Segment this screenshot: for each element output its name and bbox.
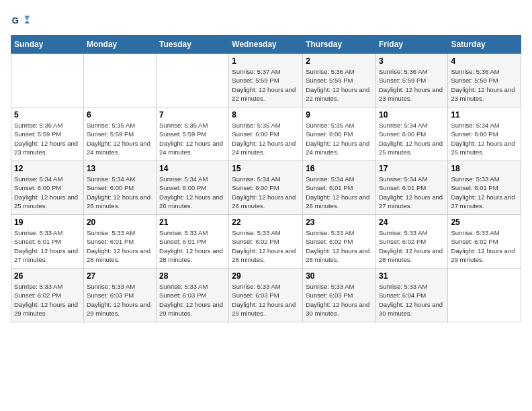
calendar-day-cell: 7Sunrise: 5:35 AMSunset: 5:59 PMDaylight… [157, 107, 229, 161]
day-number: 18 [451, 164, 518, 173]
day-number: 11 [451, 110, 518, 120]
day-number: 12 [14, 164, 81, 173]
calendar-day-cell: 4Sunrise: 5:36 AMSunset: 5:59 PMDaylight… [448, 54, 521, 107]
day-number: 14 [159, 164, 226, 173]
calendar-week-row: 19Sunrise: 5:33 AMSunset: 6:01 PMDayligh… [11, 215, 521, 269]
calendar-day-cell: 18Sunrise: 5:33 AMSunset: 6:01 PMDayligh… [448, 161, 521, 215]
calendar-day-cell: 10Sunrise: 5:34 AMSunset: 6:00 PMDayligh… [375, 107, 447, 161]
day-number: 9 [306, 110, 373, 120]
day-info: Sunrise: 5:35 AMSunset: 6:00 PMDaylight:… [232, 122, 296, 156]
day-number: 28 [159, 271, 226, 281]
day-info: Sunrise: 5:33 AMSunset: 6:01 PMDaylight:… [451, 175, 515, 210]
day-info: Sunrise: 5:34 AMSunset: 6:00 PMDaylight:… [451, 122, 515, 156]
calendar-day-cell: 23Sunrise: 5:33 AMSunset: 6:02 PMDayligh… [303, 215, 376, 269]
calendar-day-cell: 12Sunrise: 5:34 AMSunset: 6:00 PMDayligh… [11, 161, 84, 215]
day-info: Sunrise: 5:36 AMSunset: 5:59 PMDaylight:… [306, 68, 369, 102]
day-info: Sunrise: 5:34 AMSunset: 6:00 PMDaylight:… [14, 175, 78, 210]
calendar-day-cell: 21Sunrise: 5:33 AMSunset: 6:01 PMDayligh… [157, 215, 229, 269]
svg-marker-2 [25, 21, 30, 24]
calendar-day-cell [11, 54, 84, 107]
day-number: 26 [14, 271, 81, 281]
day-number: 7 [159, 110, 226, 120]
header-day: Tuesday [157, 36, 229, 54]
calendar-day-cell: 30Sunrise: 5:33 AMSunset: 6:03 PMDayligh… [303, 269, 376, 322]
header-day: Monday [83, 36, 156, 54]
header-row: SundayMondayTuesdayWednesdayThursdayFrid… [11, 36, 521, 54]
day-info: Sunrise: 5:33 AMSunset: 6:04 PMDaylight:… [379, 283, 443, 317]
day-number: 8 [232, 110, 300, 120]
calendar-body: 1Sunrise: 5:37 AMSunset: 5:59 PMDaylight… [11, 54, 521, 322]
calendar-header: SundayMondayTuesdayWednesdayThursdayFrid… [11, 36, 521, 54]
calendar-day-cell: 3Sunrise: 5:36 AMSunset: 5:59 PMDaylight… [375, 54, 447, 107]
calendar-day-cell: 1Sunrise: 5:37 AMSunset: 5:59 PMDaylight… [229, 54, 303, 107]
day-number: 15 [232, 164, 300, 173]
calendar-day-cell: 27Sunrise: 5:33 AMSunset: 6:03 PMDayligh… [83, 269, 156, 322]
calendar-day-cell: 28Sunrise: 5:33 AMSunset: 6:03 PMDayligh… [157, 269, 229, 322]
day-info: Sunrise: 5:33 AMSunset: 6:02 PMDaylight:… [232, 229, 296, 263]
header-day: Friday [375, 36, 447, 54]
day-info: Sunrise: 5:34 AMSunset: 6:01 PMDaylight:… [306, 175, 369, 210]
day-number: 29 [232, 271, 300, 281]
day-number: 16 [306, 164, 373, 173]
calendar-day-cell: 25Sunrise: 5:33 AMSunset: 6:02 PMDayligh… [448, 215, 521, 269]
logo: G [11, 11, 32, 30]
day-info: Sunrise: 5:33 AMSunset: 6:03 PMDaylight:… [87, 283, 150, 317]
day-number: 3 [379, 56, 445, 66]
svg-text:G: G [12, 15, 19, 26]
calendar-week-row: 26Sunrise: 5:33 AMSunset: 6:02 PMDayligh… [11, 269, 521, 322]
calendar-day-cell: 15Sunrise: 5:34 AMSunset: 6:00 PMDayligh… [229, 161, 303, 215]
day-number: 13 [87, 164, 153, 173]
day-number: 20 [87, 218, 153, 227]
day-number: 19 [14, 218, 81, 227]
calendar-day-cell [448, 269, 521, 322]
calendar-day-cell: 26Sunrise: 5:33 AMSunset: 6:02 PMDayligh… [11, 269, 84, 322]
calendar-day-cell: 9Sunrise: 5:35 AMSunset: 6:00 PMDaylight… [303, 107, 376, 161]
day-info: Sunrise: 5:35 AMSunset: 5:59 PMDaylight:… [159, 122, 223, 156]
calendar-day-cell: 11Sunrise: 5:34 AMSunset: 6:00 PMDayligh… [448, 107, 521, 161]
calendar-day-cell: 8Sunrise: 5:35 AMSunset: 6:00 PMDaylight… [229, 107, 303, 161]
day-number: 2 [306, 56, 373, 66]
day-number: 21 [159, 218, 226, 227]
day-number: 6 [87, 110, 153, 120]
day-info: Sunrise: 5:34 AMSunset: 6:01 PMDaylight:… [379, 175, 443, 210]
day-number: 10 [379, 110, 445, 120]
day-number: 25 [451, 218, 518, 227]
logo-icon: G [11, 11, 30, 30]
day-info: Sunrise: 5:33 AMSunset: 6:02 PMDaylight:… [379, 229, 443, 263]
day-info: Sunrise: 5:34 AMSunset: 6:00 PMDaylight:… [232, 175, 296, 210]
calendar-day-cell [157, 54, 229, 107]
calendar-week-row: 5Sunrise: 5:36 AMSunset: 5:59 PMDaylight… [11, 107, 521, 161]
day-info: Sunrise: 5:33 AMSunset: 6:03 PMDaylight:… [232, 283, 296, 317]
day-info: Sunrise: 5:35 AMSunset: 5:59 PMDaylight:… [87, 122, 150, 156]
calendar-day-cell: 5Sunrise: 5:36 AMSunset: 5:59 PMDaylight… [11, 107, 84, 161]
day-info: Sunrise: 5:36 AMSunset: 5:59 PMDaylight:… [14, 122, 78, 156]
calendar-week-row: 1Sunrise: 5:37 AMSunset: 5:59 PMDaylight… [11, 54, 521, 107]
calendar-day-cell: 31Sunrise: 5:33 AMSunset: 6:04 PMDayligh… [375, 269, 447, 322]
day-number: 4 [451, 56, 518, 66]
calendar-day-cell: 29Sunrise: 5:33 AMSunset: 6:03 PMDayligh… [229, 269, 303, 322]
day-number: 31 [379, 271, 445, 281]
day-number: 23 [306, 218, 373, 227]
header-day: Wednesday [229, 36, 303, 54]
day-info: Sunrise: 5:33 AMSunset: 6:01 PMDaylight:… [14, 229, 78, 263]
day-info: Sunrise: 5:34 AMSunset: 6:00 PMDaylight:… [159, 175, 223, 210]
calendar-table: SundayMondayTuesdayWednesdayThursdayFrid… [11, 35, 521, 322]
calendar-week-row: 12Sunrise: 5:34 AMSunset: 6:00 PMDayligh… [11, 161, 521, 215]
day-number: 30 [306, 271, 373, 281]
calendar-day-cell: 14Sunrise: 5:34 AMSunset: 6:00 PMDayligh… [157, 161, 229, 215]
day-number: 1 [232, 56, 300, 66]
day-info: Sunrise: 5:35 AMSunset: 6:00 PMDaylight:… [306, 122, 369, 156]
day-info: Sunrise: 5:34 AMSunset: 6:00 PMDaylight:… [87, 175, 150, 210]
calendar-day-cell: 20Sunrise: 5:33 AMSunset: 6:01 PMDayligh… [83, 215, 156, 269]
calendar-day-cell [83, 54, 156, 107]
page-header: G [11, 11, 521, 30]
day-info: Sunrise: 5:33 AMSunset: 6:02 PMDaylight:… [14, 283, 78, 317]
day-info: Sunrise: 5:33 AMSunset: 6:01 PMDaylight:… [159, 229, 223, 263]
calendar-day-cell: 22Sunrise: 5:33 AMSunset: 6:02 PMDayligh… [229, 215, 303, 269]
day-number: 5 [14, 110, 81, 120]
calendar-day-cell: 19Sunrise: 5:33 AMSunset: 6:01 PMDayligh… [11, 215, 84, 269]
calendar-day-cell: 6Sunrise: 5:35 AMSunset: 5:59 PMDaylight… [83, 107, 156, 161]
day-info: Sunrise: 5:33 AMSunset: 6:02 PMDaylight:… [451, 229, 515, 263]
day-info: Sunrise: 5:33 AMSunset: 6:03 PMDaylight:… [306, 283, 369, 317]
calendar-day-cell: 13Sunrise: 5:34 AMSunset: 6:00 PMDayligh… [83, 161, 156, 215]
